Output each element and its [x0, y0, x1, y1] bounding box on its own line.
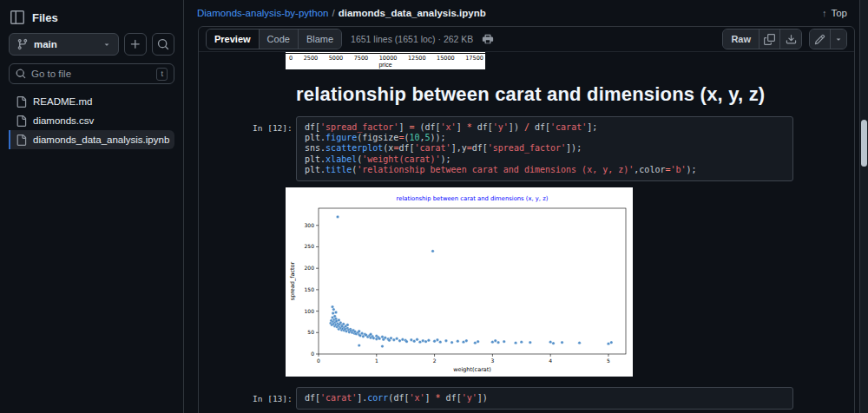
- breadcrumb-file-name: diamonds_data_analysis.ipynb: [339, 8, 486, 18]
- code-line: plt.title('relationship between carat an…: [305, 165, 785, 175]
- branch-selector[interactable]: main: [9, 33, 119, 56]
- file-info: 1651 lines (1651 loc) · 262 KB: [351, 34, 473, 44]
- svg-text:300: 300: [305, 222, 315, 228]
- breadcrumb-repo-link[interactable]: Diamonds-analysis-by-python: [197, 8, 328, 18]
- search-button[interactable]: [152, 33, 174, 56]
- go-to-file-input[interactable]: Go to file t: [9, 63, 174, 84]
- axis-tick-label: 5000: [329, 55, 344, 62]
- axis-tick-label: 0: [289, 55, 293, 62]
- file-name: diamonds.csv: [33, 115, 94, 126]
- svg-text:2: 2: [433, 357, 437, 364]
- file-tree-item[interactable]: diamonds_data_analysis.ipynb: [9, 130, 174, 149]
- cell-prompt: In [12]:: [253, 116, 296, 181]
- download-icon[interactable]: [780, 30, 801, 49]
- svg-text:relationship between carat and: relationship between carat and dimension…: [397, 195, 549, 202]
- add-file-button[interactable]: [124, 33, 147, 56]
- branch-name: main: [34, 39, 57, 49]
- code-line: sns.scatterplot(x=df['carat'],y=df['spre…: [305, 143, 785, 154]
- axis-tick-label: 15000: [437, 55, 455, 62]
- file-icon: [16, 134, 27, 146]
- code-line: df['carat'].corr(df['x'] * df['y']): [305, 393, 785, 403]
- search-placeholder: Go to file: [31, 69, 151, 79]
- collapse-sidebar-icon[interactable]: [10, 10, 24, 24]
- chevron-down-icon: [102, 40, 111, 49]
- sidebar-header: Files: [9, 9, 174, 31]
- tab-preview[interactable]: Preview: [207, 30, 260, 49]
- raw-button-group: Raw: [722, 29, 802, 49]
- code-editor[interactable]: df['spread_factor'] = (df['x'] * df['y']…: [296, 116, 793, 181]
- svg-text:250: 250: [305, 243, 315, 249]
- tab-blame[interactable]: Blame: [299, 30, 341, 49]
- edit-pencil-icon[interactable]: [810, 30, 831, 49]
- axis-tick-label: 7500: [354, 55, 369, 62]
- code-line: df['spread_factor'] = (df['x'] * df['y']…: [305, 122, 785, 133]
- svg-text:4: 4: [549, 357, 552, 364]
- code-editor[interactable]: df['carat'].corr(df['x'] * df['y']): [296, 387, 793, 410]
- axis-tick-label: 10000: [379, 55, 398, 62]
- search-icon: [16, 69, 26, 79]
- file-icon: [16, 96, 27, 108]
- scatter-plot-figure: 012345050100150200250300weight(carat)spr…: [286, 187, 633, 377]
- toolbar-right: Raw: [722, 29, 847, 49]
- print-icon[interactable]: [482, 33, 494, 45]
- search-icon: [157, 38, 169, 50]
- svg-text:5: 5: [607, 357, 610, 364]
- svg-text:weight(carat): weight(carat): [453, 366, 491, 373]
- file-tree-item[interactable]: README.md: [9, 92, 174, 111]
- code-line: plt.xlabel('weight(carat)');: [305, 154, 785, 165]
- svg-text:200: 200: [305, 265, 315, 271]
- git-branch-icon: [16, 38, 29, 50]
- svg-text:50: 50: [307, 329, 314, 335]
- file-toolbar: PreviewCodeBlame 1651 lines (1651 loc) ·…: [199, 27, 854, 52]
- code-cell: In [13]: df['carat'].corr(df['x'] * df['…: [199, 387, 854, 410]
- scatter-plot-svg: 012345050100150200250300weight(carat)spr…: [286, 187, 633, 377]
- raw-button[interactable]: Raw: [723, 30, 760, 49]
- arrow-up-icon: ↑: [822, 8, 827, 18]
- file-name: README.md: [33, 96, 92, 107]
- svg-text:0: 0: [317, 357, 320, 364]
- code-line: plt.figure(figsize=(10,5));: [305, 133, 785, 143]
- axis-tick-label: 2500: [304, 55, 319, 62]
- file-tree-item[interactable]: diamonds.csv: [9, 111, 174, 130]
- file-header: Diamonds-analysis-by-python/diamonds_dat…: [185, 0, 859, 26]
- svg-text:spread_factor: spread_factor: [289, 261, 296, 300]
- scrollbar-thumb[interactable]: [861, 120, 867, 167]
- view-tabs: PreviewCodeBlame: [206, 29, 342, 49]
- file-tree: README.mddiamonds.csvdiamonds_data_analy…: [9, 92, 174, 149]
- edit-dropdown-caret[interactable]: [831, 30, 846, 49]
- file-content-box: PreviewCodeBlame 1651 lines (1651 loc) ·…: [198, 26, 855, 413]
- axis-tick-label: 12500: [408, 55, 426, 62]
- code-cell: In [12]: df['spread_factor'] = (df['x'] …: [199, 116, 854, 181]
- notebook-preview: 025005000750010000125001500017500 price …: [199, 52, 854, 413]
- edit-button-group: [809, 29, 847, 49]
- breadcrumb: Diamonds-analysis-by-python/diamonds_dat…: [197, 8, 486, 18]
- file-tree-sidebar: Files main Go to file: [0, 0, 184, 413]
- svg-text:100: 100: [305, 308, 315, 314]
- sidebar-controls: main: [9, 33, 174, 56]
- plus-icon: [129, 38, 141, 50]
- cell-prompt: In [13]:: [253, 387, 296, 410]
- sidebar-title: Files: [32, 11, 58, 24]
- price-axis-label: price: [286, 62, 485, 68]
- svg-text:3: 3: [490, 357, 494, 364]
- back-to-top-label: Top: [831, 8, 847, 18]
- axis-tick-label: 17500: [465, 55, 483, 62]
- svg-text:1: 1: [375, 357, 378, 364]
- shortcut-badge: t: [156, 68, 168, 81]
- notebook-heading: relationship between carat and dimension…: [296, 83, 793, 106]
- copy-icon[interactable]: [760, 30, 780, 49]
- svg-text:150: 150: [305, 286, 315, 292]
- file-name: diamonds_data_analysis.ipynb: [33, 134, 169, 145]
- chevron-down-icon: [834, 35, 843, 43]
- svg-text:0: 0: [311, 351, 314, 357]
- breadcrumb-separator: /: [332, 8, 334, 18]
- main-panel: Diamonds-analysis-by-python/diamonds_dat…: [185, 0, 859, 413]
- file-icon: [16, 115, 27, 127]
- price-histogram-axis: 025005000750010000125001500017500 price: [286, 52, 485, 69]
- price-axis-ticks: 025005000750010000125001500017500: [286, 53, 485, 62]
- page-scrollbar[interactable]: [859, 0, 868, 413]
- tab-code[interactable]: Code: [260, 30, 299, 49]
- back-to-top-link[interactable]: ↑ Top: [822, 8, 847, 18]
